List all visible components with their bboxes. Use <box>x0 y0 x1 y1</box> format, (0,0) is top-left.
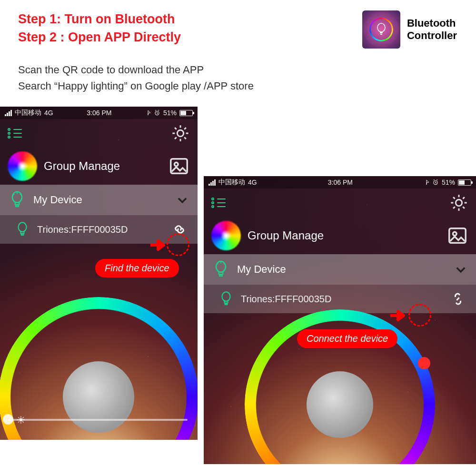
group-manage-header[interactable]: Group Manage <box>0 148 198 185</box>
network-label: 4G <box>44 109 53 117</box>
annotation-connect: Connect the device <box>387 308 476 375</box>
network-label: 4G <box>248 178 257 186</box>
svg-point-4 <box>174 162 178 166</box>
chevron-down-icon <box>454 263 467 276</box>
app-top-bar <box>204 188 476 217</box>
arrow-right-icon <box>389 308 408 323</box>
app-name-line1: Bluetooth <box>407 17 457 30</box>
step-2-text: Step 2 : Open APP Directly <box>18 29 181 47</box>
sub-instructions: Scan the QR code to download the APP Sea… <box>18 62 254 94</box>
battery-icon <box>458 179 471 186</box>
battery-pct: 51% <box>442 178 455 186</box>
picture-icon[interactable] <box>446 225 468 247</box>
bulb-icon <box>376 22 387 37</box>
group-manage-label: Group Manage <box>248 229 324 242</box>
my-device-label: My Device <box>33 194 82 206</box>
annotation-find-label: Find the device <box>95 259 179 278</box>
center-preview <box>307 371 373 438</box>
brightness-handle[interactable] <box>3 414 13 425</box>
carrier-label: 中国移动 <box>15 109 41 117</box>
annotation-find: Find the device <box>143 239 238 296</box>
instructions-header: Step 1: Turn on Bluetooth Step 2 : Open … <box>18 10 457 49</box>
device-id-label: Triones:FFFF00035D <box>37 224 128 235</box>
app-promo: Bluetooth Controller <box>362 10 457 49</box>
app-top-bar <box>0 119 198 148</box>
carrier-label: 中国移动 <box>218 178 245 187</box>
brightness-slider[interactable] <box>7 419 188 421</box>
color-orb-icon <box>8 151 37 181</box>
annotation-circle <box>167 233 189 256</box>
battery-icon <box>179 110 193 116</box>
gear-icon[interactable] <box>171 124 190 143</box>
annotation-connect-label: Connect the device <box>297 329 397 348</box>
svg-point-2 <box>177 130 183 136</box>
app-icon <box>362 10 400 49</box>
menu-list-icon[interactable] <box>8 127 24 139</box>
status-time: 3:06 PM <box>328 178 353 186</box>
gear-icon[interactable] <box>449 193 468 212</box>
svg-point-0 <box>377 23 385 32</box>
unlink-icon[interactable] <box>450 291 466 307</box>
alarm-icon <box>432 179 439 186</box>
alarm-icon <box>154 109 160 116</box>
my-device-row[interactable]: My Device <box>204 254 476 285</box>
group-manage-label: Group Manage <box>44 159 120 173</box>
step-1-text: Step 1: Turn on Bluetooth <box>18 10 181 29</box>
app-name-line2: Controller <box>407 30 457 42</box>
center-preview <box>63 361 134 433</box>
svg-rect-3 <box>171 159 188 174</box>
sub-line2: Search “Happy lighting” on Google play /… <box>18 78 254 94</box>
picture-icon[interactable] <box>168 155 190 177</box>
sub-line1: Scan the QR code to download the APP <box>18 62 254 78</box>
bulb-icon <box>8 190 27 209</box>
device-id-label: Triones:FFFF00035D <box>241 294 331 305</box>
group-manage-header[interactable]: Group Manage <box>204 217 476 254</box>
status-time: 3:06 PM <box>87 109 111 117</box>
my-device-label: My Device <box>237 263 286 276</box>
status-bar: 中国移动 4G 3:06 PM 51% <box>0 107 198 119</box>
brightness-icon: ☀ <box>16 414 26 426</box>
my-device-row[interactable]: My Device <box>0 185 198 215</box>
status-bar: 中国移动 4G 3:06 PM 51% <box>204 176 476 188</box>
svg-point-10 <box>453 232 456 236</box>
annotation-circle <box>408 304 431 327</box>
svg-point-8 <box>456 199 462 206</box>
bulb-icon <box>14 221 30 238</box>
arrow-right-icon <box>149 238 169 252</box>
signal-icon <box>5 110 12 116</box>
chevron-down-icon <box>176 193 189 207</box>
steps-block: Step 1: Turn on Bluetooth Step 2 : Open … <box>18 10 181 47</box>
location-icon <box>424 179 429 185</box>
battery-pct: 51% <box>163 109 177 117</box>
svg-point-6 <box>19 222 27 231</box>
svg-rect-9 <box>449 228 466 243</box>
app-name: Bluetooth Controller <box>407 17 457 42</box>
menu-list-icon[interactable] <box>211 197 228 209</box>
signal-icon <box>208 179 216 186</box>
location-icon <box>145 110 151 116</box>
